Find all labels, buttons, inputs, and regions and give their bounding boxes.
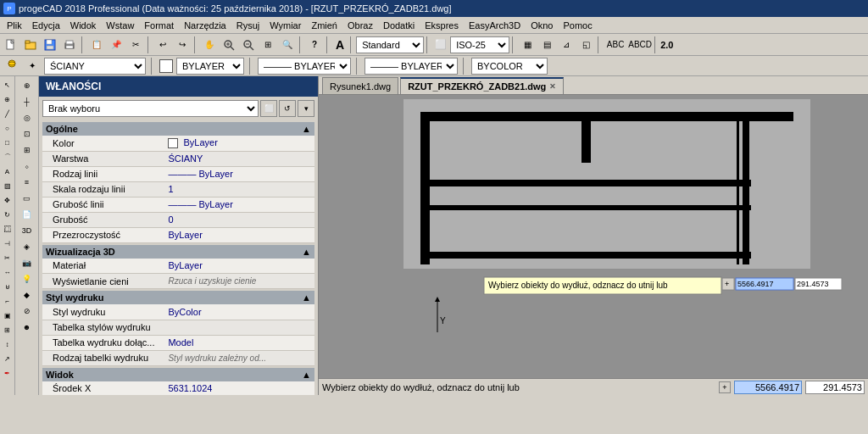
prop-icon-settings[interactable]: ▾ <box>298 100 314 117</box>
help-button[interactable]: ? <box>305 36 324 54</box>
tool-text[interactable]: A <box>1 164 14 178</box>
tool-dim[interactable]: ↕ <box>1 337 14 351</box>
canvas-area[interactable]: Wybierz obiekty do wydłuż, odznacz do ut… <box>319 95 868 378</box>
coord-x-input[interactable] <box>734 381 802 394</box>
layer-color-box[interactable] <box>159 59 173 73</box>
menu-zmien[interactable]: Zmień <box>306 19 342 32</box>
menu-format[interactable]: Format <box>139 19 179 32</box>
zoom-extent-button[interactable]: ⊞ <box>259 36 277 54</box>
undo-button[interactable]: ↩ <box>153 36 172 54</box>
walk-btn[interactable]: ☻ <box>17 320 37 335</box>
section-viz-header[interactable]: Wizualizacja 3D ▲ <box>42 245 314 259</box>
model-btn[interactable]: ▭ <box>17 191 37 206</box>
pan-button[interactable]: ✋ <box>200 36 219 54</box>
menu-okno[interactable]: Okno <box>526 19 558 32</box>
tool-pen[interactable]: ✒ <box>1 366 14 380</box>
separator-6 <box>350 36 353 53</box>
polar-btn[interactable]: ◎ <box>17 110 37 125</box>
extra-btn6[interactable]: ABCD <box>628 36 652 54</box>
material-btn[interactable]: ◆ <box>17 287 37 303</box>
lineweight-select[interactable]: ——— BYLAYER <box>364 58 458 75</box>
tool-select[interactable]: ↖ <box>1 78 14 92</box>
tab-rysunek1[interactable]: Rysunek1.dwg <box>322 77 398 94</box>
copy-button[interactable]: 📋 <box>87 36 106 54</box>
make-layer-btn[interactable]: ✦ <box>24 58 41 75</box>
menu-widok[interactable]: Widok <box>65 19 102 32</box>
menu-ekspres[interactable]: Ekspres <box>420 19 464 32</box>
coord-y-input[interactable] <box>805 381 865 394</box>
tool-trim[interactable]: ✂ <box>1 251 14 264</box>
menu-easyarch3d[interactable]: EasyArch3D <box>464 19 526 32</box>
zoom-out-button[interactable] <box>239 36 258 54</box>
tool-snap[interactable]: ⊕ <box>1 92 14 106</box>
menu-pomoc[interactable]: Pomoc <box>558 19 597 32</box>
extra-btn1[interactable]: ▦ <box>518 36 537 54</box>
cut-button[interactable]: ✂ <box>126 36 145 54</box>
tool-offset[interactable]: ⊎ <box>1 280 14 293</box>
menu-plik[interactable]: Plik <box>2 19 27 32</box>
tool-rect[interactable]: □ <box>1 136 14 149</box>
section-view-header[interactable]: Widok ▲ <box>42 368 314 381</box>
tool-arc[interactable]: ⌒ <box>1 150 14 164</box>
tool-extend[interactable]: ↔ <box>1 265 14 279</box>
open-button[interactable] <box>21 36 40 54</box>
osnap-btn[interactable]: ⊡ <box>17 126 37 142</box>
ortho-btn[interactable]: ┼ <box>17 94 37 109</box>
layer-select[interactable]: ŚCIANY <box>44 58 146 75</box>
prop-icon-toggle[interactable]: ⬜ <box>260 100 277 117</box>
tool-copy[interactable]: ⿴ <box>1 222 14 236</box>
camera-btn[interactable]: 📷 <box>17 255 37 270</box>
extra-btn4[interactable]: ◱ <box>576 36 595 54</box>
grid-btn[interactable]: ⊞ <box>17 142 37 158</box>
menu-edycja[interactable]: Edycja <box>27 19 65 32</box>
redo-button[interactable]: ↪ <box>173 36 192 54</box>
tool-rotate[interactable]: ↻ <box>1 208 14 221</box>
menu-dodatki[interactable]: Dodatki <box>378 19 420 32</box>
section-ogolne-header[interactable]: Ogólne ▲ <box>42 122 314 136</box>
paste-button[interactable]: 📌 <box>107 36 125 54</box>
paper-btn[interactable]: 📄 <box>17 207 37 222</box>
menu-rysuj[interactable]: Rysuj <box>231 19 265 32</box>
render-btn[interactable]: ◈ <box>17 239 37 254</box>
extra-btn2[interactable]: ▤ <box>537 36 556 54</box>
snap-mode-btn[interactable]: ⊕ <box>17 78 37 93</box>
object-select[interactable]: Brak wyboru <box>42 100 259 117</box>
menu-wymiar[interactable]: Wymiar <box>264 19 306 32</box>
tab-close-button[interactable]: ✕ <box>549 82 556 91</box>
standard-select[interactable]: Standard <box>356 36 424 53</box>
tool-block[interactable]: ▣ <box>1 309 14 322</box>
prop-icon-refresh[interactable]: ↺ <box>279 100 296 117</box>
print-button[interactable] <box>60 36 79 54</box>
section-print-header[interactable]: Styl wydruku ▲ <box>42 291 314 304</box>
tool-insert[interactable]: ⊞ <box>1 323 14 337</box>
layer-manager-btn[interactable] <box>3 58 20 75</box>
tool-hatch[interactable]: ▨ <box>1 179 14 192</box>
tab-rzut[interactable]: RZUT_PRZEKRÓ_ZADB21.dwg ✕ <box>400 77 564 94</box>
save-button[interactable] <box>41 36 59 54</box>
tool-move[interactable]: ✥ <box>1 193 14 207</box>
svg-rect-24 <box>581 112 588 163</box>
section-btn[interactable]: ⊘ <box>17 303 37 319</box>
tool-mirror[interactable]: ⊣ <box>1 236 14 250</box>
tool-fillet[interactable]: ⌐ <box>1 294 14 308</box>
lineweight-btn[interactable]: ≡ <box>17 175 37 190</box>
menu-obraz[interactable]: Obraz <box>342 19 378 32</box>
tool-circle[interactable]: ○ <box>1 121 14 135</box>
iso-select[interactable]: ISO-25 <box>450 36 509 53</box>
tool-line[interactable]: ╱ <box>1 107 14 120</box>
3d-btn[interactable]: 3D <box>17 223 37 238</box>
extra-btn3[interactable]: ⊿ <box>557 36 576 54</box>
zoom-realtime-button[interactable]: 🔍 <box>278 36 297 54</box>
menu-wstaw[interactable]: Wstaw <box>101 19 139 32</box>
tool-leader[interactable]: ↗ <box>1 352 14 365</box>
cmd-plus-btn[interactable]: + <box>719 381 731 393</box>
extra-btn5[interactable]: ABC <box>604 36 627 54</box>
plotstyle-select[interactable]: BYCOLOR <box>471 58 548 75</box>
linetype-select[interactable]: ——— BYLAYER <box>258 58 351 75</box>
menu-narzedzia[interactable]: Narzędzia <box>179 19 231 32</box>
zoom-in-button[interactable] <box>220 36 238 54</box>
new-button[interactable] <box>2 36 20 54</box>
light-btn[interactable]: 💡 <box>17 271 37 287</box>
color-select[interactable]: BYLAYER <box>176 58 244 75</box>
dynamic-btn[interactable]: ⬦ <box>17 159 37 174</box>
